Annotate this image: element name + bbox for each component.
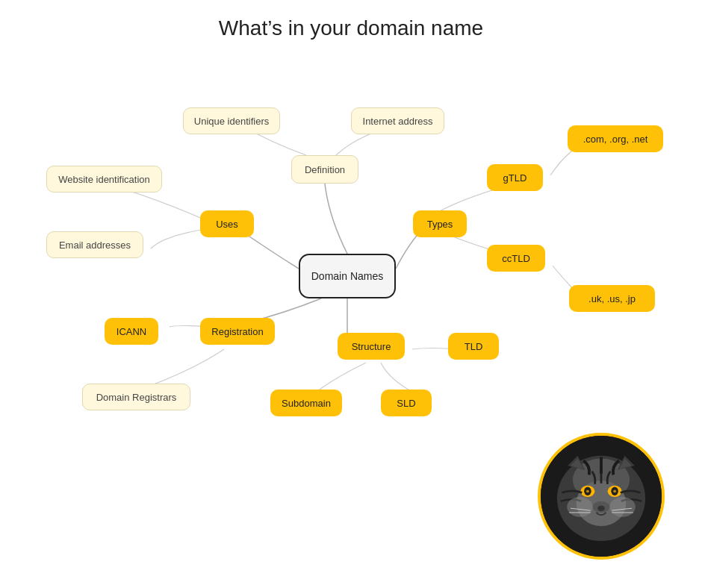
node-email-addresses: Email addresses — [46, 231, 143, 258]
node-tld: TLD — [448, 333, 499, 360]
svg-point-6 — [586, 490, 589, 492]
node-uses: Uses — [200, 210, 254, 237]
tiger-image — [538, 433, 665, 560]
node-domain-names: Domain Names — [299, 254, 396, 298]
node-definition: Definition — [291, 155, 358, 184]
node-subdomain: Subdomain — [270, 390, 342, 416]
svg-point-11 — [597, 505, 605, 511]
node-icann: ICANN — [105, 318, 158, 345]
node-cctld: ccTLD — [487, 245, 545, 272]
svg-point-12 — [567, 497, 592, 517]
node-gtld: gTLD — [487, 164, 543, 191]
node-website-identification: Website identification — [46, 166, 162, 193]
page-title: What’s in your domain name — [0, 0, 702, 40]
node-sld: SLD — [381, 390, 432, 416]
svg-point-13 — [609, 497, 635, 517]
node-registration: Registration — [200, 318, 275, 345]
node-unique-identifiers: Unique identifiers — [183, 107, 280, 134]
node-types: Types — [413, 210, 467, 237]
mindmap-container: Domain Names Definition Unique identifie… — [0, 45, 702, 582]
node-domain-registrars: Domain Registrars — [82, 384, 190, 410]
node-uk-us-jp: .uk, .us, .jp — [569, 285, 655, 312]
node-internet-address: Internet address — [351, 107, 444, 134]
node-structure: Structure — [338, 333, 405, 360]
svg-point-9 — [613, 490, 616, 492]
tiger-svg — [541, 433, 662, 560]
node-com-org-net: .com, .org, .net — [568, 125, 663, 152]
